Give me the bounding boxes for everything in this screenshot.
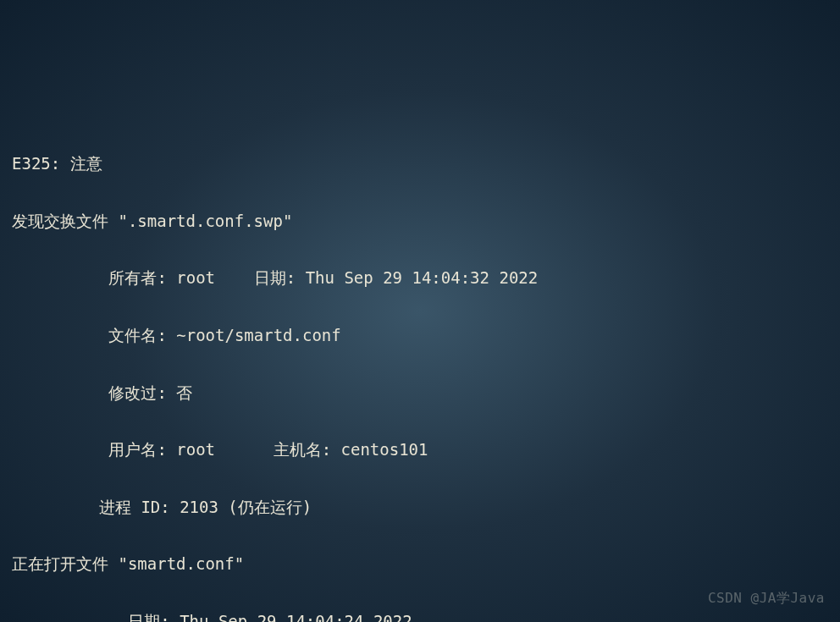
opening-file-line: 正在打开文件 "smartd.conf" [12, 550, 828, 579]
modified-line: 修改过: 否 [12, 379, 828, 408]
watermark-text: CSDN @JA学Java [708, 586, 825, 610]
filename-line: 文件名: ~root/smartd.conf [12, 322, 828, 350]
owner-date-line: 所有者: root 日期: Thu Sep 29 14:04:32 2022 [12, 264, 828, 293]
process-id-line: 进程 ID: 2103 (仍在运行) [12, 493, 828, 522]
user-host-line: 用户名: root 主机名: centos101 [12, 436, 828, 465]
error-code-line: E325: 注意 [12, 150, 828, 179]
vim-swap-warning-screen: E325: 注意 发现交换文件 ".smartd.conf.swp" 所有者: … [12, 121, 828, 622]
swap-file-found-line: 发现交换文件 ".smartd.conf.swp" [12, 207, 828, 236]
file-date-line: 日期: Thu Sep 29 14:04:24 2022 [12, 608, 828, 622]
